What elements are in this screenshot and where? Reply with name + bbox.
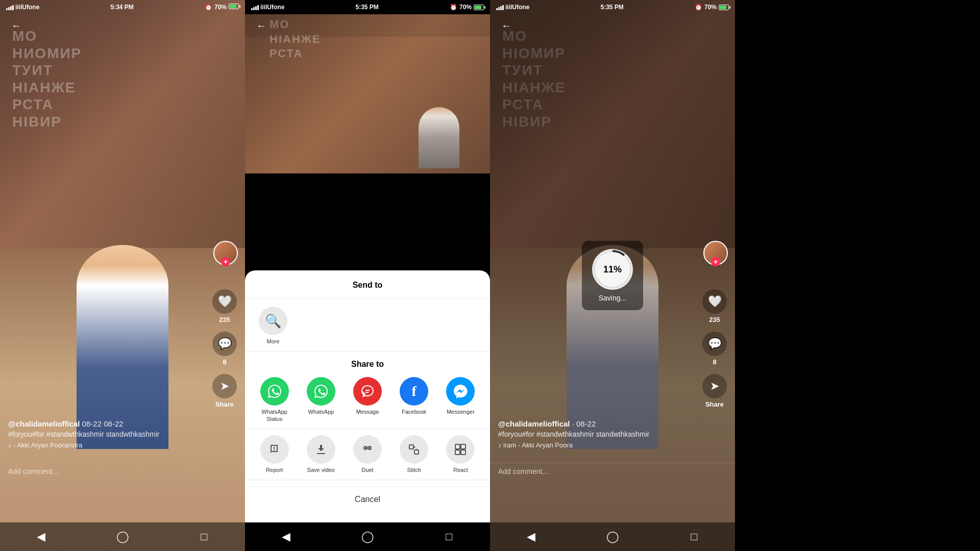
comment-icon-right: 💬 bbox=[702, 332, 727, 356]
action-icons-row: Report Save video bbox=[245, 435, 490, 473]
avatar-container-left[interactable]: + bbox=[213, 241, 238, 265]
divider-1 bbox=[245, 351, 490, 352]
action-stitch[interactable]: Stitch bbox=[396, 435, 432, 473]
follow-button-right[interactable]: + bbox=[711, 257, 720, 266]
wall-art-text: MOНИОМИРТУИТНІАНЖЕРСТАНІВИР bbox=[12, 28, 233, 131]
svg-point-4 bbox=[364, 447, 366, 448]
messenger-icon bbox=[446, 377, 475, 406]
status-bar-middle: iiilUfone 5:35 PM ⏰ 70% bbox=[245, 0, 490, 14]
share-icon-left: ➤ bbox=[212, 374, 237, 398]
carrier-middle: iiilUfone bbox=[251, 4, 284, 11]
like-button-left[interactable]: 🤍 235 bbox=[212, 289, 237, 323]
wall-art-text-right: MOНІОМИРТУИТНІАНЖЕРСТАНІВИР bbox=[502, 28, 723, 131]
nav-home-left[interactable]: ◯ bbox=[112, 527, 133, 547]
signal-icon-right bbox=[496, 4, 504, 10]
nav-home-right[interactable]: ◯ bbox=[602, 527, 623, 547]
share-to-title: Share to bbox=[245, 358, 490, 377]
svg-rect-8 bbox=[455, 444, 460, 449]
battery-percent-right: 70% bbox=[704, 4, 717, 11]
like-count-right: 235 bbox=[709, 316, 720, 323]
divider-2 bbox=[245, 429, 490, 429]
more-label: More bbox=[266, 338, 279, 345]
saving-percent: 11% bbox=[603, 264, 622, 275]
comment-count-left: 8 bbox=[223, 358, 226, 366]
right-actions-right: 🤍 235 💬 8 ➤ Share bbox=[702, 289, 727, 408]
share-button-left[interactable]: ➤ Share bbox=[212, 374, 237, 408]
follow-button-left[interactable]: + bbox=[221, 257, 230, 266]
comment-button-left[interactable]: 💬 8 bbox=[212, 332, 237, 366]
action-save-video[interactable]: Save video bbox=[303, 435, 339, 473]
whatsapp-status-icon bbox=[260, 377, 289, 406]
share-label-right: Share bbox=[705, 400, 724, 408]
top-nav-right: ← bbox=[490, 14, 735, 37]
saving-overlay: 11% Saving... bbox=[582, 241, 643, 310]
top-nav-left: ← bbox=[0, 14, 245, 37]
like-button-right[interactable]: 🤍 235 bbox=[702, 289, 727, 323]
comment-bar-left[interactable]: Add comment... bbox=[0, 463, 245, 480]
more-option[interactable]: 🔍 More bbox=[255, 307, 291, 345]
send-to-title: Send to bbox=[245, 279, 490, 298]
signal-icon-middle bbox=[251, 4, 259, 10]
back-button-middle[interactable]: ← bbox=[253, 17, 270, 34]
back-button-right[interactable]: ← bbox=[498, 17, 514, 34]
cancel-row: Cancel bbox=[245, 486, 490, 512]
time-right: 5:35 PM bbox=[600, 4, 623, 11]
status-right-left: ⏰ 70% bbox=[205, 4, 239, 11]
battery-icon-middle bbox=[474, 5, 484, 10]
alarm-icon-right: ⏰ bbox=[695, 4, 702, 11]
left-panel: MOНИОМИРТУИТНІАНЖЕРСТАНІВИР iiilUfone 5:… bbox=[0, 0, 245, 551]
status-bar-right: iiilUfone 5:35 PM ⏰ 70% bbox=[490, 0, 735, 14]
carrier-name-left: iiilUfone bbox=[15, 4, 39, 11]
bottom-info-right: @chalidamelioffical · 08-22 #foryou#for … bbox=[498, 419, 699, 449]
nav-square-right[interactable]: □ bbox=[684, 527, 704, 547]
comment-count-right: 8 bbox=[713, 358, 716, 366]
saving-circle: 11% bbox=[592, 249, 633, 290]
action-react[interactable]: React bbox=[443, 435, 478, 473]
nav-back-middle[interactable]: ◀ bbox=[276, 527, 296, 547]
saving-container: 11% Saving... bbox=[582, 241, 643, 310]
carrier-right: iiilUfone bbox=[496, 4, 529, 11]
share-label-left: Share bbox=[215, 400, 234, 408]
alarm-icon-left: ⏰ bbox=[205, 4, 212, 11]
comment-bar-right[interactable]: Add comment... bbox=[490, 463, 735, 480]
hashtags-left: #foryou#for #standwthkashmir standwthkas… bbox=[8, 430, 209, 438]
middle-panel: MOНІАНЖЕРСТА iiilUfone 5:35 PM ⏰ 70% ← S… bbox=[245, 0, 490, 551]
save-video-icon bbox=[307, 435, 335, 464]
bottom-nav-right: ◀ ◯ □ bbox=[490, 522, 735, 551]
nav-square-left[interactable]: □ bbox=[194, 527, 214, 547]
share-facebook[interactable]: f Facebook bbox=[396, 377, 432, 422]
status-right-middle: ⏰ 70% bbox=[450, 4, 484, 11]
hashtags-right: #foryou#for #standwthkashmir standwthkas… bbox=[498, 430, 699, 438]
share-message[interactable]: Message bbox=[350, 377, 385, 422]
action-duet[interactable]: Duet bbox=[350, 435, 385, 473]
search-row: 🔍 More bbox=[245, 307, 490, 345]
nav-home-middle[interactable]: ◯ bbox=[357, 527, 378, 547]
share-button-right[interactable]: ➤ Share bbox=[702, 374, 727, 408]
nav-back-right[interactable]: ◀ bbox=[521, 527, 541, 547]
facebook-label: Facebook bbox=[402, 409, 426, 415]
carrier-name-right: iiilUfone bbox=[505, 4, 529, 11]
carrier-left: iiilUfone bbox=[6, 4, 39, 11]
nav-square-middle[interactable]: □ bbox=[439, 527, 459, 547]
share-messenger[interactable]: Messenger bbox=[443, 377, 478, 422]
time-middle: 5:35 PM bbox=[355, 4, 378, 11]
status-bar-left: iiilUfone 5:34 PM ⏰ 70% bbox=[0, 0, 245, 14]
share-whatsapp[interactable]: WhatsApp bbox=[303, 377, 339, 422]
svg-rect-0 bbox=[274, 447, 275, 449]
time-left: 5:34 PM bbox=[110, 4, 133, 11]
share-sheet: Send to 🔍 More Share to WhatsAp bbox=[245, 270, 490, 522]
stitch-icon bbox=[400, 435, 428, 464]
action-report[interactable]: Report bbox=[257, 435, 292, 473]
music-info-right: ♪ iram - Akki Aryan Poora bbox=[498, 441, 699, 449]
nav-back-left[interactable]: ◀ bbox=[31, 527, 51, 547]
middle-person bbox=[419, 107, 459, 168]
bottom-nav-middle: ◀ ◯ □ bbox=[245, 522, 490, 551]
back-button-left[interactable]: ← bbox=[8, 17, 24, 34]
cancel-button[interactable]: Cancel bbox=[245, 486, 490, 512]
svg-rect-10 bbox=[455, 450, 460, 455]
comment-button-right[interactable]: 💬 8 bbox=[702, 332, 727, 366]
battery-percent-middle: 70% bbox=[459, 4, 472, 11]
divider-3 bbox=[245, 480, 490, 480]
share-whatsapp-status[interactable]: WhatsAppStatus bbox=[257, 377, 292, 422]
avatar-container-right[interactable]: + bbox=[703, 241, 728, 265]
